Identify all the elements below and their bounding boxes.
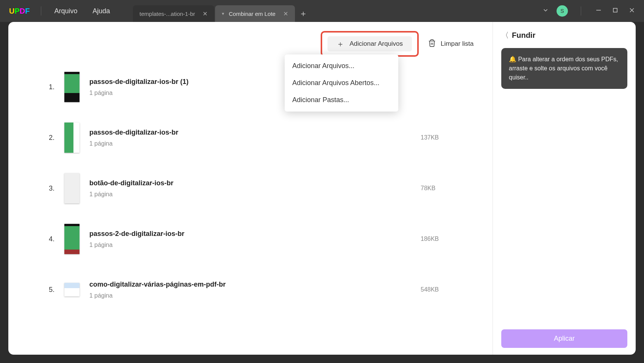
file-pages: 1 página [89, 292, 411, 299]
apply-button[interactable]: Aplicar [501, 329, 627, 348]
file-size: 137KB [421, 134, 474, 141]
close-icon[interactable]: ✕ [283, 10, 288, 17]
maximize-icon[interactable] [611, 6, 620, 17]
app-logo: UPDF [9, 7, 30, 16]
close-icon[interactable] [627, 6, 636, 17]
file-thumbnail [64, 275, 80, 305]
file-size: 78KB [421, 185, 474, 192]
plus-icon: ＋ [337, 40, 344, 48]
tab-label: templates-...ation-1-br [140, 11, 195, 17]
chevron-down-icon[interactable]: ▾ [222, 11, 224, 16]
avatar[interactable]: S [557, 5, 568, 17]
back-icon[interactable]: 〈 [501, 30, 509, 40]
file-index: 4. [46, 235, 55, 243]
list-item[interactable]: 1. passos-de-digitalizar-ios-br (1) 1 pá… [46, 72, 474, 102]
file-size: 186KB [421, 236, 474, 242]
clear-list-label: Limpar lista [441, 40, 474, 48]
file-name: como-digitalizar-várias-páginas-em-pdf-b… [89, 281, 411, 289]
file-pages: 1 página [89, 191, 411, 198]
svg-rect-1 [613, 8, 617, 12]
divider [41, 6, 41, 16]
tab-templates[interactable]: templates-...ation-1-br ✕ [133, 5, 215, 22]
list-item[interactable]: 3. botão-de-digitalizar-ios-br 1 página … [46, 173, 474, 203]
file-index: 5. [46, 286, 55, 294]
panel-title: Fundir [512, 31, 535, 40]
file-index: 1. [46, 83, 55, 91]
file-index: 2. [46, 134, 55, 142]
minimize-icon[interactable] [594, 6, 603, 17]
file-name: passos-2-de-digitalizar-ios-br [89, 230, 411, 238]
tab-combinar[interactable]: ▾ Combinar em Lote ✕ [215, 5, 295, 22]
new-tab-button[interactable]: ＋ [296, 5, 311, 22]
clear-list-button[interactable]: Limpar lista [428, 39, 474, 49]
file-thumbnail [64, 72, 80, 102]
dropdown-add-open-files[interactable]: Adicionar Arquivos Abertos... [285, 74, 398, 92]
file-thumbnail [64, 123, 80, 153]
menu-ajuda[interactable]: Ajuda [85, 7, 118, 15]
add-files-button[interactable]: ＋ Adicionar Arquivos [327, 36, 412, 51]
divider [581, 6, 581, 16]
menu-arquivo[interactable]: Arquivo [47, 7, 85, 15]
dropdown-add-folders[interactable]: Adicionar Pastas... [285, 92, 398, 109]
add-files-dropdown: Adicionar Arquivos... Adicionar Arquivos… [285, 54, 398, 112]
chevron-down-icon[interactable] [542, 7, 549, 15]
file-index: 3. [46, 185, 55, 192]
file-thumbnail [64, 173, 80, 203]
highlight-annotation: ＋ Adicionar Arquivos [321, 31, 419, 57]
file-thumbnail [64, 224, 80, 254]
tab-label: Combinar em Lote [229, 11, 275, 17]
hint-message: 🔔 Para alterar a ordem dos seus PDFs, ar… [501, 48, 627, 89]
list-item[interactable]: 2. passos-de-digitalizar-ios-br 1 página… [46, 123, 474, 153]
list-item[interactable]: 5. como-digitalizar-várias-páginas-em-pd… [46, 275, 474, 305]
dropdown-add-files[interactable]: Adicionar Arquivos... [285, 57, 398, 74]
trash-icon [428, 39, 436, 49]
file-size: 548KB [421, 286, 474, 293]
file-pages: 1 página [89, 242, 411, 248]
list-item[interactable]: 4. passos-2-de-digitalizar-ios-br 1 pági… [46, 224, 474, 254]
file-pages: 1 página [89, 140, 411, 147]
close-icon[interactable]: ✕ [203, 10, 207, 17]
file-name: passos-de-digitalizar-ios-br [89, 129, 411, 137]
add-files-label: Adicionar Arquivos [349, 40, 403, 48]
file-name: botão-de-digitalizar-ios-br [89, 179, 411, 187]
